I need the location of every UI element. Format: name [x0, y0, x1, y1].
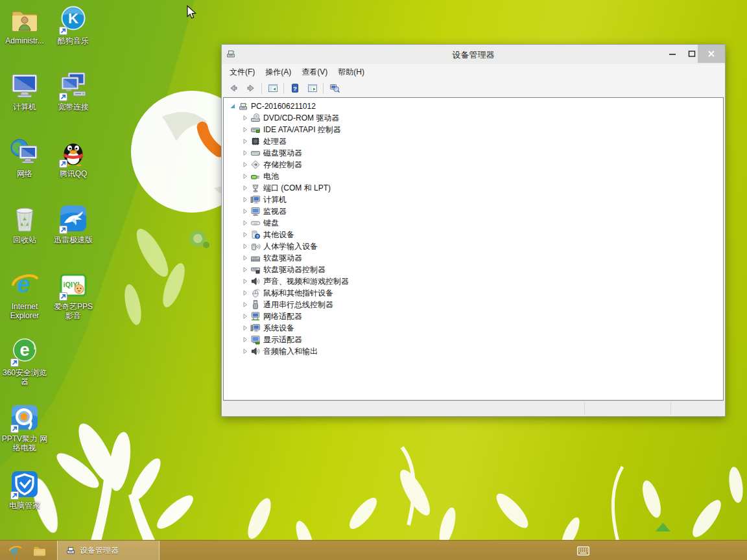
tree-item[interactable]: 磁盘驱动器 [224, 147, 723, 159]
administrator-folder-icon [9, 4, 40, 35]
expander-closed-icon[interactable] [240, 194, 250, 205]
expander-closed-icon[interactable] [240, 311, 250, 321]
help-button[interactable]: ? [286, 80, 303, 97]
desktop-icon-internet-explorer[interactable]: eInternet Explorer [1, 270, 49, 320]
tree-item[interactable]: 存储控制器 [224, 159, 723, 170]
tree-item[interactable]: PC-201606211012 [224, 100, 723, 112]
tree-item[interactable]: DVD/CD-ROM 驱动器 [224, 112, 723, 124]
tree-item[interactable]: 通用串行总线控制器 [224, 299, 723, 310]
tree-item[interactable]: 人体学输入设备 [224, 240, 723, 252]
expander-closed-icon[interactable] [240, 253, 250, 263]
tree-item-label: 网络适配器 [263, 311, 302, 322]
tree-item[interactable]: 处理器 [224, 135, 723, 147]
expander-closed-icon[interactable] [240, 159, 250, 170]
minimize-icon [669, 50, 676, 58]
minimize-button[interactable] [664, 45, 681, 63]
close-button[interactable] [698, 45, 725, 63]
expander-closed-icon[interactable] [240, 299, 250, 310]
desktop-icon-network[interactable]: 网络 [1, 137, 49, 178]
scan-icon [329, 83, 340, 93]
expander-closed-icon[interactable] [240, 136, 250, 146]
desktop-icon-360-browser[interactable]: e360安全浏览器 [1, 336, 49, 386]
tree-item[interactable]: 音频输入和输出 [224, 345, 723, 357]
shortcut-arrow-icon [10, 425, 19, 433]
desktop-icon-label: 电脑管家 [1, 501, 49, 510]
desktop-icon-iqiyi-pps[interactable]: iQIYI爱奇艺PPS 影音 [49, 270, 97, 320]
desktop-icon-kugou-music[interactable]: K酷狗音乐 [49, 4, 97, 45]
expander-closed-icon[interactable] [240, 241, 250, 251]
tree-item[interactable]: 计算机 [224, 194, 723, 205]
expander-closed-icon[interactable] [240, 276, 250, 286]
tree-item[interactable]: 声音、视频和游戏控制器 [224, 275, 723, 287]
tree-item[interactable]: 键盘 [224, 217, 723, 229]
tree-item[interactable]: 软盘驱动器 [224, 252, 723, 264]
tree-item-label: 其他设备 [263, 229, 294, 240]
menu-action[interactable]: 操作(A) [260, 64, 296, 80]
tree-item[interactable]: 电池 [224, 170, 723, 182]
tree-item[interactable]: IDE ATA/ATAPI 控制器 [224, 124, 723, 135]
recycle-bin-icon [9, 203, 40, 234]
desktop-icon-label: Internet Explorer [1, 302, 49, 320]
floppy-ctrl-icon [250, 264, 261, 275]
menu-help[interactable]: 帮助(H) [333, 64, 370, 80]
properties-button[interactable] [303, 80, 321, 97]
desktop-icon-pptv[interactable]: PPTV聚力 网络电视 [1, 402, 49, 452]
touch-keyboard-icon[interactable] [577, 546, 589, 555]
expander-closed-icon[interactable] [240, 124, 250, 135]
desktop-icon-thunder-speed[interactable]: 迅雷极速版 [49, 203, 97, 244]
menu-view[interactable]: 查看(V) [296, 64, 333, 80]
tree-item[interactable]: 网络适配器 [224, 310, 723, 322]
forward-button[interactable] [242, 80, 259, 97]
expander-closed-icon[interactable] [240, 288, 250, 298]
tree-item-label: IDE ATA/ATAPI 控制器 [263, 124, 341, 135]
expander-closed-icon[interactable] [240, 229, 250, 240]
desktop-icon-recycle-bin[interactable]: 回收站 [1, 203, 49, 244]
svg-text:?: ? [293, 85, 297, 92]
desktop-icon-label: 网络 [1, 169, 49, 178]
title-bar[interactable]: 设备管理器 [222, 45, 725, 64]
shortcut-arrow-icon [59, 27, 67, 35]
tree-item[interactable]: 系统设备 [224, 322, 723, 334]
desktop-icon-tencent-qq[interactable]: 腾讯QQ [49, 137, 97, 178]
expander-closed-icon[interactable] [240, 148, 250, 158]
expander-closed-icon[interactable] [240, 323, 250, 333]
expander-closed-icon[interactable] [240, 218, 250, 228]
svg-text:e: e [11, 544, 18, 557]
desktop-icon-administrator-folder[interactable]: Administr... [1, 4, 49, 45]
desktop-icon-label: 酷狗音乐 [49, 36, 97, 45]
show-console-tree-button[interactable] [264, 80, 281, 97]
arrow-right-icon [246, 83, 256, 93]
tree-item-label: 音频输入和输出 [263, 346, 318, 357]
cpu-icon [250, 136, 261, 146]
tree-item[interactable]: ?其他设备 [224, 229, 723, 240]
desktop-icon-computer[interactable]: 计算机 [1, 70, 49, 111]
expander-closed-icon[interactable] [240, 264, 250, 275]
expander-closed-icon[interactable] [240, 171, 250, 181]
taskbar-internet-explorer[interactable]: e [5, 542, 25, 559]
shortcut-arrow-icon [59, 292, 67, 301]
tree-item[interactable]: 监视器 [224, 205, 723, 217]
tree-item[interactable]: 软盘驱动器控制器 [224, 264, 723, 275]
taskbar-task-device-manager[interactable]: 设备管理器 [57, 541, 160, 560]
desktop-icon-pc-manager[interactable]: 电脑管家 [1, 469, 49, 510]
menu-file[interactable]: 文件(F) [224, 64, 260, 80]
expander-closed-icon[interactable] [240, 346, 250, 356]
back-button[interactable] [224, 80, 242, 97]
tree-item[interactable]: 鼠标和其他指针设备 [224, 287, 723, 299]
shortcut-arrow-icon [59, 159, 67, 168]
scan-hardware-button[interactable] [326, 80, 343, 97]
tree-item[interactable]: 显示适配器 [224, 334, 723, 345]
help-icon: ? [290, 83, 300, 93]
expander-closed-icon[interactable] [240, 334, 250, 345]
expander-closed-icon[interactable] [240, 206, 250, 216]
floppy-icon [250, 253, 261, 263]
desktop-icon-broadband-connection[interactable]: 宽带连接 [49, 70, 97, 111]
panel-right-icon [307, 83, 318, 93]
taskbar-file-explorer[interactable] [30, 542, 49, 559]
toolbar-separator [261, 83, 262, 94]
tree-item[interactable]: 端口 (COM 和 LPT) [224, 182, 723, 194]
expander-closed-icon[interactable] [240, 113, 250, 123]
expander-open-icon[interactable] [228, 101, 238, 111]
expander-closed-icon[interactable] [240, 183, 250, 193]
desktop-icon-label: 爱奇艺PPS 影音 [49, 302, 97, 320]
